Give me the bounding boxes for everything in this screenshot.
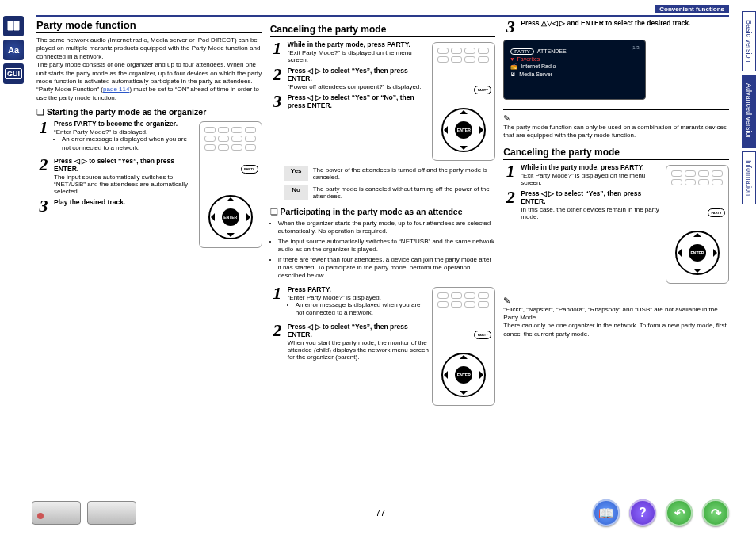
glossary-icon[interactable]: Aa — [3, 40, 24, 60]
aa-label: Aa — [8, 45, 19, 55]
sub-attendee: Participating in the party mode as an at… — [270, 207, 496, 216]
remote-illustration: PARTY ENTER — [432, 287, 495, 406]
page-header: Convenient functions — [36, 5, 729, 16]
step-lead: Press △▽◁ ▷ and ENTER to select the desi… — [521, 19, 729, 27]
device-thumb-2[interactable] — [87, 501, 136, 525]
help-question-icon[interactable]: ? — [629, 499, 656, 526]
step-lead: Press ◁ ▷ to select “Yes”, then press EN… — [288, 323, 430, 338]
column-2: Canceling the party mode PARTY ENTER 1Wh… — [270, 19, 496, 494]
intro-2: The party mode consists of one organizer… — [36, 61, 262, 102]
column-1: Party mode function The same network aud… — [36, 19, 262, 494]
step-desc: The input source automatically switches … — [54, 174, 196, 195]
tv-screenshot: [1/3] PARTYATTENDEE ♥ Favorites 📻 Intern… — [503, 40, 646, 100]
remote-illustration: PARTY ENTER — [199, 121, 262, 248]
step-lead: While in the party mode, press PARTY. — [288, 40, 430, 48]
note-text: “Flickr”, “Napster”, “Pandora”, “Rhapsod… — [503, 306, 729, 323]
column-3: 3Press △▽◁ ▷ and ENTER to select the des… — [503, 19, 729, 494]
page-number: 77 — [376, 508, 385, 518]
step-desc: “Enter Party Mode?” is displayed. — [54, 128, 196, 136]
step-desc: In this case, the other devices remain i… — [521, 206, 662, 220]
step-lead: Press ◁ ▷ to select “Yes”, then press EN… — [521, 189, 662, 205]
step-lead: While in the party mode, press PARTY. — [521, 163, 662, 171]
org-step-3: 3 Play the desired track. — [36, 198, 196, 214]
step-desc: When you start the party mode, the monit… — [288, 339, 430, 361]
tv-item-favorites: ♥ Favorites — [510, 56, 639, 62]
cancel-step-3: 3Press ◁ ▷ to select “Yes” or “No”, then… — [270, 94, 430, 109]
tv-party-pill: PARTY — [510, 48, 533, 55]
nav-prev-icon[interactable]: ↶ — [666, 499, 693, 526]
step-bullet: An error message is displayed when you a… — [296, 301, 430, 318]
attendee-bullet: The input source automatically switches … — [278, 238, 496, 254]
org-step-1: 1 Press PARTY to become the organizer. “… — [36, 120, 196, 154]
device-thumb-1[interactable] — [32, 501, 81, 525]
step-lead: Press ◁ ▷ to select “Yes” or “No”, then … — [288, 94, 430, 109]
page-link-114[interactable]: page 114 — [103, 86, 129, 93]
nav-next-icon[interactable]: ↷ — [702, 499, 729, 526]
tv-item-internet-radio: 📻 Internet Radio — [510, 63, 639, 70]
gui-label: GUI — [5, 68, 22, 79]
left-icon-rail: Aa GUI — [3, 16, 27, 87]
intro-1: The same network audio (Internet radio, … — [36, 36, 262, 61]
sub-start-organizer: Starting the party mode as the organizer — [36, 107, 262, 117]
track-step-3: 3Press △▽◁ ▷ and ENTER to select the des… — [503, 19, 729, 35]
cancel2-step-2: 2Press ◁ ▷ to select “Yes”, then press E… — [503, 189, 662, 220]
party-button-icon: PARTY — [708, 208, 725, 217]
note-text: The party mode function can only be used… — [503, 124, 729, 140]
enter-button-icon: ENTER — [455, 121, 472, 139]
cancel-step-2: 2Press ◁ ▷ to select “Yes”, then press E… — [270, 67, 430, 90]
enter-button-icon: ENTER — [455, 366, 472, 384]
tab-advanced[interactable]: Advanced version — [742, 75, 756, 149]
step-desc: “Enter Party Mode?” is displayed. — [288, 294, 430, 301]
note-2: ✎ “Flickr”, “Napster”, “Pandora”, “Rhaps… — [503, 292, 729, 339]
step-desc: “Exit Party Mode?” is displayed on the m… — [288, 49, 430, 63]
attendee-bullet: When the organizer starts the party mode… — [278, 220, 496, 236]
cancel-heading-2: Canceling the party mode — [503, 147, 729, 160]
org-step-2: 2 Press ◁ ▷ to select “Yes”, then press … — [36, 157, 196, 195]
remote-illustration: PARTY ENTER — [666, 165, 729, 284]
yes-row: YesThe power of the attendees is turned … — [284, 166, 496, 181]
right-tab-rail: Basic version Advanced version Informati… — [732, 11, 756, 204]
tv-item-media-server: 🖥 Media Server — [510, 71, 639, 77]
enter-button-icon: ENTER — [689, 244, 706, 262]
enter-button-icon: ENTER — [222, 208, 239, 226]
page-title: Party mode function — [36, 19, 262, 33]
party-button-icon: PARTY — [474, 331, 491, 339]
note-text: There can only be one organizer in the n… — [503, 322, 729, 338]
tab-basic[interactable]: Basic version — [742, 11, 756, 71]
step-lead: Press ◁ ▷ to select “Yes”, then press EN… — [288, 67, 430, 82]
tv-counter: [1/3] — [632, 45, 641, 50]
step-lead: Press PARTY to become the organizer. — [54, 120, 196, 128]
cancel-step-1: 1While in the party mode, press PARTY.“E… — [270, 40, 430, 63]
remote-illustration: PARTY ENTER — [432, 42, 495, 161]
cancel2-step-1: 1While in the party mode, press PARTY.“E… — [503, 163, 662, 186]
pencil-icon: ✎ — [503, 113, 510, 123]
tv-attendee-label: ATTENDEE — [537, 48, 567, 54]
step-lead: Play the desired track. — [54, 198, 196, 206]
header-category: Convenient functions — [655, 5, 729, 13]
pencil-icon: ✎ — [503, 296, 510, 305]
step-lead: Press PARTY. — [288, 285, 430, 293]
note-1: ✎ The party mode function can only be us… — [503, 109, 729, 140]
step-desc: “Exit Party Mode?” is displayed on the m… — [521, 172, 662, 186]
gui-icon[interactable]: GUI — [3, 63, 24, 84]
no-row: NoThe party mode is canceled without tur… — [284, 185, 496, 200]
att-step-1: 1Press PARTY.“Enter Party Mode?” is disp… — [270, 285, 430, 319]
step-desc: “Power off attendees component?” is disp… — [288, 83, 430, 90]
party-button-icon: PARTY — [241, 165, 258, 174]
footer: 77 📖 ? ↶ ↷ — [32, 495, 729, 530]
tab-information[interactable]: Information — [742, 151, 756, 204]
party-button-icon: PARTY — [474, 86, 491, 94]
book-icon[interactable] — [3, 16, 24, 36]
step-bullet: An error message is displayed when you a… — [62, 136, 196, 152]
help-book-icon[interactable]: 📖 — [593, 499, 620, 526]
att-step-2: 2Press ◁ ▷ to select “Yes”, then press E… — [270, 323, 430, 361]
step-lead: Press ◁ ▷ to select “Yes”, then press EN… — [54, 157, 196, 173]
attendee-bullet: If there are fewer than four attendees, … — [278, 256, 496, 281]
cancel-heading: Canceling the party mode — [270, 24, 496, 37]
